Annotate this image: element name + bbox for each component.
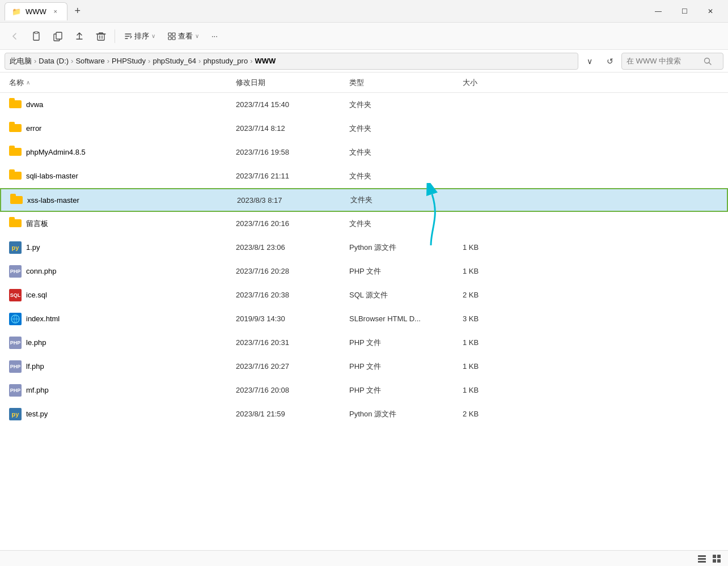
breadcrumb-item-0[interactable]: 此电脑 <box>10 56 32 66</box>
breadcrumb-item-3[interactable]: PHPStudy <box>112 57 146 65</box>
table-row[interactable]: py test.py 2023/8/1 21:59 Python 源文件 2 K… <box>0 402 728 426</box>
svg-rect-7 <box>168 37 171 40</box>
svg-rect-1 <box>35 32 38 33</box>
svg-rect-4 <box>98 34 104 40</box>
folder-icon <box>9 169 22 182</box>
window-controls: — ☐ ✕ <box>645 2 723 20</box>
table-row[interactable]: PHP lf.php 2023/7/16 20:27 PHP 文件 1 KB <box>0 355 728 378</box>
file-name: 留言板 <box>26 219 236 229</box>
file-date: 2023/7/16 20:08 <box>236 386 349 394</box>
main-tab[interactable]: 📁 WWW × <box>5 2 67 20</box>
table-row[interactable]: dvwa 2023/7/14 15:40 文件夹 <box>0 93 728 117</box>
file-type: 文件夹 <box>349 100 463 110</box>
list-view-btn[interactable] <box>695 552 709 565</box>
file-size: 3 KB <box>463 314 719 323</box>
toolbar: 排序 ∨ 查看 ∨ ··· <box>0 23 728 50</box>
file-date: 2023/7/16 20:38 <box>236 291 349 299</box>
table-row[interactable]: PHP le.php 2023/7/16 20:31 PHP 文件 1 KB <box>0 331 728 355</box>
file-name: test.py <box>26 410 236 418</box>
copy-btn[interactable] <box>48 26 68 46</box>
col-size-header[interactable]: 大小 <box>463 78 719 88</box>
close-btn[interactable]: ✕ <box>697 2 723 20</box>
search-box[interactable] <box>621 53 723 70</box>
file-date: 2023/7/16 20:28 <box>236 267 349 275</box>
file-date: 2023/8/3 8:17 <box>237 196 350 205</box>
more-btn[interactable]: ··· <box>206 27 223 46</box>
file-date: 2019/9/3 14:30 <box>236 314 349 323</box>
search-icon <box>704 57 712 65</box>
table-row[interactable]: PHP conn.php 2023/7/16 20:28 PHP 文件 1 KB <box>0 259 728 283</box>
svg-rect-16 <box>713 555 716 558</box>
addr-right: ∨ ↺ <box>581 53 619 70</box>
view-chevron: ∨ <box>195 33 199 39</box>
table-row[interactable]: SQL ice.sql 2023/7/16 20:38 SQL 源文件 2 KB <box>0 283 728 307</box>
file-type: PHP 文件 <box>349 361 463 372</box>
file-name: 1.py <box>26 243 236 252</box>
file-date: 2023/7/14 15:40 <box>236 100 349 109</box>
file-date: 2023/7/16 19:58 <box>236 148 349 156</box>
breadcrumb-current: WWW <box>255 57 276 65</box>
table-row[interactable]: error 2023/7/14 8:12 文件夹 <box>0 117 728 141</box>
file-date: 2023/7/16 21:11 <box>236 172 349 180</box>
php-icon: PHP <box>9 384 22 397</box>
folder-icon <box>9 122 22 135</box>
file-area-wrapper: 名称 ∧ 修改日期 类型 大小 dvwa 2023/7/14 15:40 文件夹… <box>0 73 728 566</box>
maximize-btn[interactable]: ☐ <box>671 2 697 20</box>
file-date: 2023/7/16 20:27 <box>236 362 349 371</box>
table-row[interactable]: index.html 2019/9/3 14:30 SLBrowser HTML… <box>0 307 728 331</box>
col-type-header[interactable]: 类型 <box>349 78 463 88</box>
view-btn[interactable]: 查看 ∨ <box>162 27 205 46</box>
breadcrumb-item-5[interactable]: phpstudy_pro <box>203 57 248 65</box>
svg-rect-13 <box>698 555 706 557</box>
file-size: 2 KB <box>463 291 719 299</box>
file-name: ice.sql <box>26 291 236 299</box>
folder-icon <box>9 146 22 159</box>
refresh-btn[interactable]: ↺ <box>601 53 619 70</box>
breadcrumb-item-1[interactable]: Data (D:) <box>39 57 69 65</box>
file-size: 1 KB <box>463 362 719 371</box>
file-size: 1 KB <box>463 386 719 394</box>
table-row[interactable]: phpMyAdmin4.8.5 2023/7/16 19:58 文件夹 <box>0 141 728 164</box>
file-type: 文件夹 <box>349 171 463 181</box>
breadcrumb[interactable]: 此电脑 › Data (D:) › Software › PHPStudy › … <box>5 53 578 70</box>
file-name: xss-labs-master <box>27 196 237 205</box>
svg-rect-8 <box>172 37 175 40</box>
sort-arrow: ∧ <box>26 79 30 86</box>
minimize-btn[interactable]: — <box>645 2 671 20</box>
table-row[interactable]: PHP mf.php 2023/7/16 20:08 PHP 文件 1 KB <box>0 378 728 402</box>
grid-view-btn[interactable] <box>710 552 723 565</box>
breadcrumb-item-2[interactable]: Software <box>75 57 104 65</box>
table-row[interactable]: 留言板 2023/7/16 20:16 文件夹 <box>0 212 728 236</box>
dropdown-btn[interactable]: ∨ <box>581 53 599 70</box>
table-row[interactable]: xss-labs-master 2023/8/3 8:17 文件夹 <box>0 188 728 212</box>
file-name: lf.php <box>26 362 236 371</box>
html-icon <box>9 313 22 325</box>
folder-icon <box>9 217 22 230</box>
file-type: PHP 文件 <box>349 385 463 395</box>
file-size: 1 KB <box>463 243 719 252</box>
table-row[interactable]: py 1.py 2023/8/1 23:06 Python 源文件 1 KB <box>0 236 728 259</box>
svg-rect-17 <box>717 555 721 558</box>
sort-btn[interactable]: 排序 ∨ <box>118 27 161 46</box>
file-name: error <box>26 124 236 133</box>
delete-btn[interactable] <box>91 26 111 46</box>
file-name: index.html <box>26 314 236 323</box>
tab-close-btn[interactable]: × <box>51 7 60 16</box>
share-btn[interactable] <box>69 26 90 46</box>
clipboard-btn[interactable] <box>26 26 46 46</box>
more-label: ··· <box>211 32 218 40</box>
table-row[interactable]: sqli-labs-master 2023/7/16 21:11 文件夹 <box>0 164 728 188</box>
new-tab-btn[interactable]: + <box>70 3 86 19</box>
col-date-header[interactable]: 修改日期 <box>236 78 349 88</box>
search-input[interactable] <box>627 57 700 65</box>
svg-rect-3 <box>56 32 62 39</box>
breadcrumb-item-4[interactable]: phpStudy_64 <box>153 57 196 65</box>
tab-area: 📁 WWW × + <box>5 2 645 20</box>
file-type: 文件夹 <box>349 147 463 158</box>
col-name-header[interactable]: 名称 ∧ <box>9 78 236 88</box>
back-btn[interactable] <box>5 26 25 46</box>
file-type: Python 源文件 <box>349 242 463 253</box>
separator-1 <box>115 29 115 43</box>
view-label: 查看 <box>178 31 193 41</box>
file-type: 文件夹 <box>350 195 464 205</box>
